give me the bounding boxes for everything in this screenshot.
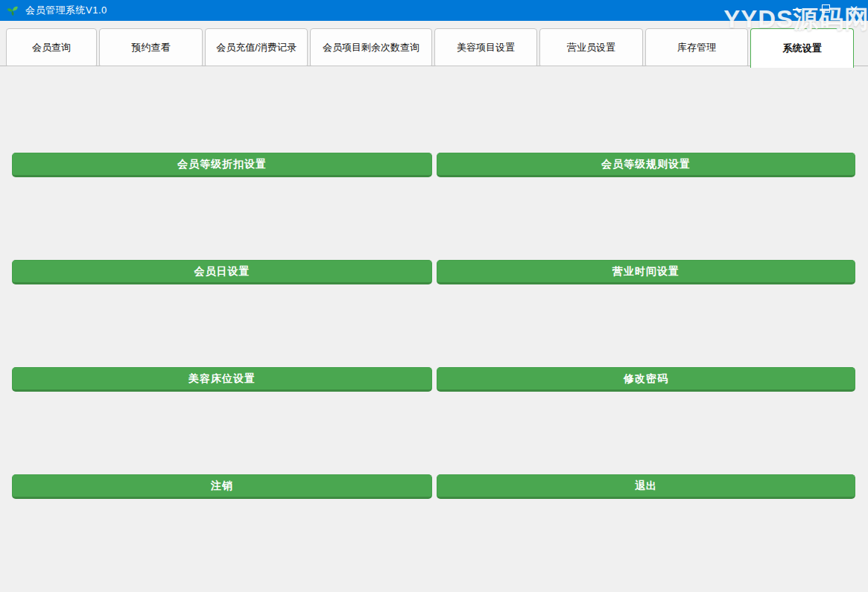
tab-remaining-times-query[interactable]: 会员项目剩余次数查询 bbox=[310, 28, 431, 66]
business-hours-settings-button[interactable]: 营业时间设置 bbox=[437, 260, 855, 284]
window-title: 会员管理系统V1.0 bbox=[25, 4, 107, 17]
tab-appointment-view[interactable]: 预约查看 bbox=[99, 28, 203, 66]
tab-beauty-project-settings[interactable]: 美容项目设置 bbox=[434, 28, 538, 66]
minimize-button[interactable] bbox=[783, 0, 811, 21]
change-password-button[interactable]: 修改密码 bbox=[437, 367, 855, 392]
close-button[interactable]: ✕ bbox=[840, 0, 868, 21]
tabbar: 会员查询 预约查看 会员充值/消费记录 会员项目剩余次数查询 美容项目设置 营业… bbox=[0, 28, 868, 66]
window-controls: ✕ bbox=[783, 0, 868, 21]
member-day-settings-button[interactable]: 会员日设置 bbox=[12, 260, 432, 284]
exit-button[interactable]: 退出 bbox=[437, 474, 855, 499]
leaf-icon bbox=[6, 4, 19, 17]
tab-inventory-management[interactable]: 库存管理 bbox=[645, 28, 749, 66]
tab-system-settings[interactable]: 系统设置 bbox=[750, 28, 854, 68]
app-window: 会员管理系统V1.0 ✕ YYDS源码网 会员查询 预约查看 会员充值/消费记录… bbox=[0, 0, 868, 592]
system-settings-panel: 会员等级折扣设置 会员等级规则设置 会员日设置 营业时间设置 美容床位设置 修改… bbox=[0, 67, 868, 592]
beauty-bed-settings-button[interactable]: 美容床位设置 bbox=[12, 367, 432, 392]
tab-recharge-consume-records[interactable]: 会员充值/消费记录 bbox=[205, 28, 308, 66]
member-level-rules-button[interactable]: 会员等级规则设置 bbox=[437, 153, 855, 177]
titlebar: 会员管理系统V1.0 ✕ bbox=[0, 0, 868, 21]
member-level-discount-button[interactable]: 会员等级折扣设置 bbox=[12, 153, 432, 177]
minimize-icon bbox=[793, 9, 802, 10]
tab-salesperson-settings[interactable]: 营业员设置 bbox=[539, 28, 643, 66]
logout-button[interactable]: 注销 bbox=[12, 474, 432, 499]
tab-member-query[interactable]: 会员查询 bbox=[6, 28, 97, 66]
maximize-button[interactable] bbox=[811, 0, 840, 21]
maximize-icon bbox=[822, 4, 830, 13]
close-icon: ✕ bbox=[849, 4, 859, 15]
